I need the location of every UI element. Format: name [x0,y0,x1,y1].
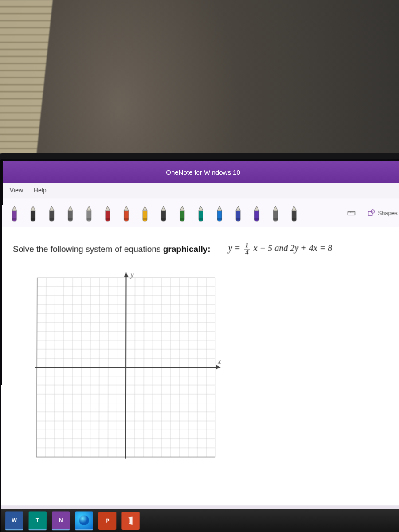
pen-8[interactable] [156,203,171,223]
pen-5[interactable] [100,203,115,223]
menu-view[interactable]: View [10,187,23,194]
taskbar-onenote-icon[interactable]: N [52,511,70,530]
pen-15[interactable] [286,203,301,223]
app-title: OneNote for Windows 10 [166,168,240,176]
pen-14[interactable] [268,203,283,223]
svg-rect-13 [254,218,259,220]
problem-text: Solve the following system of equations … [13,242,393,256]
eq1-numerator: 1 [244,242,250,249]
title-bar: OneNote for Windows 10 [3,161,399,183]
shapes-icon [367,209,375,217]
pen-12[interactable] [231,203,246,223]
svg-rect-9 [180,218,184,220]
svg-rect-10 [199,218,203,220]
ribbon-draw: Shapes [2,198,399,228]
equations: y = 1 4 x − 5 and 2y + 4x = 8 [228,242,332,256]
taskbar-office-icon[interactable] [121,512,139,530]
eq2: 2y + 4x = 8 [290,243,332,253]
svg-text:x: x [217,357,221,365]
eq1-denominator: 4 [245,249,249,256]
svg-rect-15 [292,218,296,220]
svg-rect-11 [217,218,222,220]
menu-help[interactable]: Help [34,187,47,194]
svg-rect-16 [348,211,355,215]
svg-line-63 [126,273,126,459]
svg-rect-8 [161,218,166,220]
eq1-prefix: y = [228,243,240,253]
problem-lead: Solve the following system of equations [13,244,163,254]
taskbar-teams-icon[interactable]: T [28,511,47,530]
pen-0[interactable] [7,203,22,223]
pen-2[interactable] [44,203,59,223]
background-blinds [0,0,53,160]
coordinate-grid: yx [30,271,222,464]
eq1-fraction: 1 4 [244,242,250,256]
pen-3[interactable] [63,203,78,223]
menu-bar: View Help [3,183,399,198]
pen-9[interactable] [175,203,190,223]
svg-rect-17 [368,211,372,215]
svg-rect-6 [124,218,129,220]
svg-point-66 [79,516,89,525]
pen-10[interactable] [193,203,208,223]
svg-rect-2 [50,218,54,220]
note-canvas[interactable]: Solve the following system of equations … [1,227,399,505]
svg-rect-7 [143,218,147,220]
shapes-label: Shapes [378,210,397,216]
pen-7[interactable] [137,203,153,223]
svg-rect-3 [68,218,73,220]
taskbar-edge-icon[interactable] [75,511,93,530]
pen-13[interactable] [249,203,264,223]
eq1-suffix: x − 5 [254,243,272,253]
problem-emph: graphically: [163,244,211,254]
monitor-bezel: OneNote for Windows 10 View Help Shapes [0,159,399,532]
taskbar-word-icon[interactable]: W [5,511,23,530]
pen-4[interactable] [82,203,97,223]
screen: OneNote for Windows 10 View Help Shapes [1,161,399,532]
svg-rect-5 [106,218,110,220]
eq-conjunction: and [274,243,290,253]
taskbar: W T N P [1,509,399,532]
pen-11[interactable] [212,203,227,223]
svg-rect-1 [31,218,35,220]
svg-rect-14 [273,218,278,220]
svg-text:y: y [130,271,134,279]
taskbar-powerpoint-icon[interactable]: P [98,512,116,530]
shapes-button[interactable]: Shapes [364,206,399,219]
pen-6[interactable] [119,203,134,223]
pen-gallery [7,203,301,223]
svg-rect-12 [236,218,240,220]
pen-1[interactable] [25,203,40,223]
ruler-button[interactable] [345,207,357,219]
svg-rect-4 [87,218,91,220]
svg-rect-0 [12,218,16,220]
